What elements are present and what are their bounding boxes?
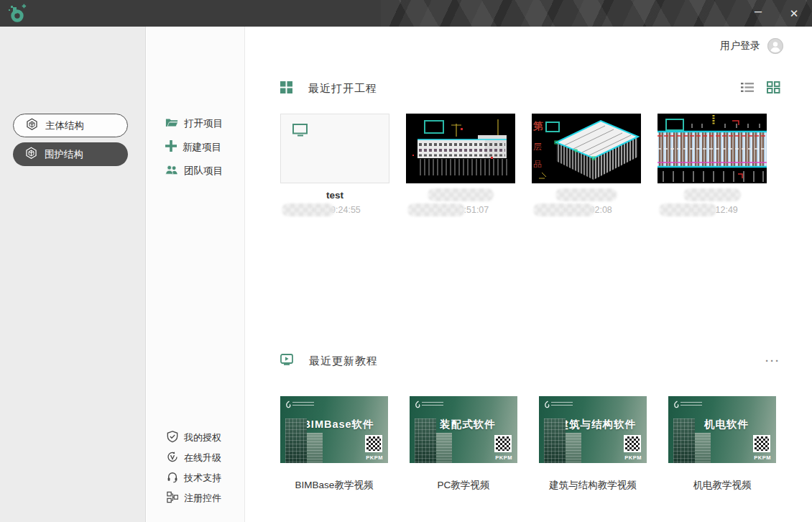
title-bar[interactable]: – ✕: [0, 0, 812, 27]
company-logo-icon: [544, 400, 573, 408]
project-thumbnail-cad-elevation[interactable]: [406, 114, 515, 183]
tutorial-cover[interactable]: 装配式软件 PKPM: [410, 396, 517, 463]
app-window: – ✕ 主体结构 围护结构: [0, 0, 812, 522]
redaction-blur: [533, 203, 595, 216]
user-login-label[interactable]: 用户登录: [720, 40, 760, 52]
menu-item-label: 新建项目: [183, 141, 221, 154]
tutorial-label: 机电教学视频: [668, 479, 776, 492]
minimize-button[interactable]: –: [742, 0, 775, 27]
tutorials-row: BIMBase软件 PKPM BIMBase教学视频 装配式软件: [280, 396, 776, 492]
tutorials-more-button[interactable]: ···: [765, 357, 780, 365]
tutorial-label: 建筑与结构教学视频: [539, 479, 647, 492]
register-blocks-icon: [167, 491, 178, 505]
svg-text:品: 品: [533, 159, 542, 169]
redaction-blur: [407, 203, 465, 216]
my-license-button[interactable]: 我的授权: [147, 428, 244, 448]
building-image: [566, 433, 581, 463]
open-project-button[interactable]: 打开项目: [147, 111, 244, 135]
tech-support-button[interactable]: 技术支持: [147, 468, 244, 488]
monitor-icon: [292, 124, 308, 139]
brand-logo: PKPM: [495, 454, 512, 461]
main-content: 用户登录 最近打开工程: [246, 27, 812, 522]
tutorial-cover[interactable]: 建筑与结构软件 PKPM: [539, 396, 647, 463]
project-name: test: [280, 190, 389, 202]
qr-code: [753, 435, 770, 452]
recent-projects-header: 最近打开工程: [280, 81, 780, 96]
building-image: [415, 418, 436, 463]
building-image: [673, 418, 695, 463]
tutorial-card-mep[interactable]: 机电软件 PKPM 机电教学视频: [668, 396, 776, 492]
project-card[interactable]: 7日 14:12:49: [658, 114, 767, 216]
user-avatar[interactable]: [767, 38, 783, 54]
qr-code: [624, 435, 641, 452]
sidebar-item-label: 围护结构: [45, 148, 83, 161]
tutorial-card-bimbase[interactable]: BIMBase软件 PKPM BIMBase教学视频: [280, 396, 388, 492]
hex-cube-icon: [25, 147, 37, 162]
tutorial-cover[interactable]: 机电软件 PKPM: [668, 396, 776, 463]
menu-item-label: 打开项目: [184, 117, 223, 130]
redaction-blur: [282, 203, 335, 216]
project-thumbnail-empty[interactable]: [280, 114, 389, 183]
close-button[interactable]: ✕: [778, 0, 811, 27]
sidebar-item-main-structure[interactable]: 主体结构: [13, 114, 128, 137]
team-icon: [165, 165, 178, 178]
project-card-test[interactable]: test 9日 09:24:55: [280, 114, 389, 216]
recent-projects-row: test 9日 09:24:55: [280, 114, 767, 216]
redaction-blur: [555, 188, 617, 201]
svg-text:层: 层: [533, 142, 542, 152]
tutorials-title: 最近更新教程: [309, 354, 378, 368]
menu-item-label: 在线升级: [184, 452, 221, 464]
online-upgrade-button[interactable]: 在线升级: [147, 448, 244, 468]
new-project-button[interactable]: 新建项目: [147, 135, 244, 159]
shield-check-icon: [167, 431, 178, 445]
sidebar-item-envelope-structure[interactable]: 围护结构: [13, 142, 128, 166]
grid-squares-icon: [280, 81, 292, 96]
menu-item-label: 团队项目: [184, 165, 223, 178]
building-image: [285, 418, 307, 463]
tutorial-card-arch-structure[interactable]: 建筑与结构软件 PKPM 建筑与结构教学视频: [539, 396, 647, 492]
project-menu-sidebar: 打开项目 新建项目 团: [147, 27, 245, 522]
bimbase-logo-icon: [7, 4, 30, 26]
plus-icon: [165, 140, 177, 154]
brand-logo: PKPM: [624, 454, 642, 461]
tutorials-header: 最近更新教程 ···: [280, 354, 780, 368]
building-image: [307, 433, 323, 463]
redaction-blur: [428, 188, 494, 201]
tutorial-cover[interactable]: BIMBase软件 PKPM: [280, 396, 388, 463]
tutorial-label: PC教学视频: [410, 479, 517, 492]
building-image: [436, 433, 452, 463]
folder-open-icon: [165, 117, 178, 130]
redaction-blur: [659, 203, 716, 216]
hex-cube-icon: [26, 118, 38, 133]
headset-icon: [167, 471, 178, 485]
qr-code: [494, 435, 512, 452]
company-logo-icon: [415, 400, 443, 408]
user-login[interactable]: 用户登录: [720, 38, 783, 54]
menu-item-label: 我的授权: [184, 431, 221, 444]
register-controls-button[interactable]: 注册控件: [147, 488, 244, 508]
svg-text:第: 第: [532, 120, 543, 132]
menu-item-label: 技术支持: [184, 472, 221, 485]
building-image: [544, 418, 566, 463]
structure-mode-sidebar: 主体结构 围护结构: [0, 27, 146, 522]
company-logo-icon: [285, 400, 314, 408]
update-icon: [167, 451, 178, 465]
sidebar-item-label: 主体结构: [45, 119, 84, 132]
menu-item-label: 注册控件: [184, 492, 221, 505]
tutorial-label: BIMBase教学视频: [280, 479, 388, 492]
project-thumbnail-cad-axon[interactable]: 第 层 品: [532, 114, 641, 183]
list-view-icon[interactable]: [741, 82, 754, 96]
redaction-blur: [683, 188, 741, 201]
building-image: [695, 433, 711, 463]
project-card[interactable]: 08日 18:51:07: [406, 114, 515, 216]
grid-view-icon[interactable]: [767, 81, 780, 96]
tutorial-card-pc[interactable]: 装配式软件 PKPM PC教学视频: [410, 396, 517, 492]
qr-code: [365, 435, 382, 452]
brand-logo: PKPM: [754, 454, 771, 461]
brand-logo: PKPM: [366, 454, 383, 461]
project-thumbnail-cad-plan[interactable]: [658, 114, 767, 183]
video-icon: [280, 354, 293, 368]
company-logo-icon: [673, 400, 702, 408]
project-card[interactable]: 第 层 品 8日: [532, 114, 641, 216]
team-project-button[interactable]: 团队项目: [147, 159, 244, 183]
